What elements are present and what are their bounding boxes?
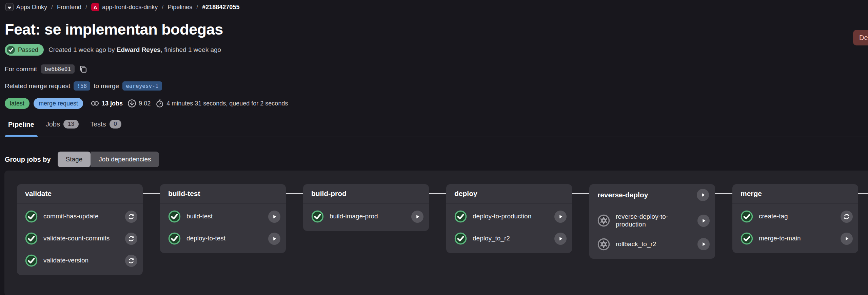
pipeline-job-merge-to-main[interactable]: merge-to-main <box>732 228 858 250</box>
tab-pipeline[interactable]: Pipeline <box>5 119 38 137</box>
play-icon <box>557 235 564 242</box>
group-avatar <box>5 3 14 11</box>
author-name[interactable]: Edward Reyes <box>117 46 161 53</box>
breadcrumb-separator: / <box>85 4 87 11</box>
pipeline-status-row: Passed Created 1 week ago by Edward Reye… <box>5 44 868 56</box>
commit-sha-link[interactable]: be6b8e01 <box>41 64 75 74</box>
group-by-stage-button[interactable]: Stage <box>58 152 91 167</box>
breadcrumb-item-subgroup[interactable]: Frontend <box>57 4 81 11</box>
stage-play-all-button[interactable] <box>697 189 709 201</box>
pipeline-job-build-test[interactable]: build-test <box>160 205 286 228</box>
stage-header: deploy <box>446 184 572 203</box>
retry-job-button[interactable] <box>125 211 137 223</box>
job-name: deploy_to_r2 <box>473 235 549 242</box>
linked-pipelines-icon <box>91 99 99 108</box>
pipeline-job-validate-version[interactable]: validate-version <box>17 250 143 272</box>
play-icon <box>700 217 707 224</box>
retry-icon <box>127 235 135 242</box>
breadcrumb-item-pipeline-id: #2188427055 <box>202 4 239 11</box>
play-job-button[interactable] <box>697 215 710 227</box>
mr-link[interactable]: !58 <box>74 81 90 91</box>
play-job-button[interactable] <box>268 233 280 245</box>
stage-title: deploy <box>454 190 477 198</box>
stage-header: build-prod <box>303 184 429 203</box>
job-name: deploy-to-production <box>473 213 549 220</box>
retry-job-button[interactable] <box>125 255 137 267</box>
tab-label: Pipeline <box>8 121 34 129</box>
group-by-segmented-control: Stage Job dependencies <box>58 152 159 167</box>
commit-row: For commit be6b8e01 <box>5 64 868 74</box>
pipeline-job-create-tag[interactable]: create-tag <box>732 205 858 228</box>
job-name: deploy-to-test <box>186 235 262 242</box>
job-name: create-tag <box>759 213 835 220</box>
job-name: build-image-prod <box>330 213 406 220</box>
pipeline-job-deploy-to-production[interactable]: deploy-to-production <box>446 205 572 228</box>
breadcrumb-item-project[interactable]: A app-front-docs-dinky <box>91 3 158 11</box>
status-success-icon <box>25 254 38 267</box>
stage-header: merge <box>732 184 858 203</box>
stage-title: reverse-deploy <box>597 191 648 199</box>
pipeline-job-deploy-to-test[interactable]: deploy-to-test <box>160 228 286 250</box>
play-job-button[interactable] <box>411 211 423 223</box>
stage-title: build-prod <box>311 190 347 198</box>
play-job-button[interactable] <box>697 238 710 250</box>
tab-label: Tests <box>90 120 106 128</box>
tab-count-badge: 13 <box>63 120 79 129</box>
pipeline-stage-build-test: build-test build-test deploy-to-test <box>160 184 286 253</box>
retry-job-button[interactable] <box>841 211 853 223</box>
check-circle-icon <box>6 45 15 54</box>
play-icon <box>271 235 278 242</box>
pipeline-job-validate-count-commits[interactable]: validate-count-commits <box>17 228 143 250</box>
breadcrumb-item-group[interactable]: Apps Dinky <box>5 3 47 11</box>
play-job-button[interactable] <box>554 211 567 223</box>
status-success-icon <box>25 232 38 245</box>
delete-button[interactable]: De <box>853 30 868 45</box>
breadcrumb-label: Pipelines <box>167 4 192 11</box>
play-job-button[interactable] <box>554 233 567 245</box>
breadcrumb-item-pipelines[interactable]: Pipelines <box>167 4 192 11</box>
pipeline-graph: validate commit-has-update validate-coun… <box>4 171 868 295</box>
play-icon <box>700 240 707 248</box>
pipeline-job-build-image-prod[interactable]: build-image-prod <box>303 205 429 228</box>
pipeline-job-deploy_to_r2[interactable]: deploy_to_r2 <box>446 228 572 250</box>
pipeline-job-reverse-deploy-to-production[interactable]: reverse-deploy-to-production <box>589 208 715 233</box>
pipeline-meta-row: latest merge request 13 jobs 9.02 4 minu… <box>5 98 868 109</box>
tab-tests[interactable]: Tests 0 <box>87 118 125 137</box>
stage-title: validate <box>25 190 52 198</box>
play-icon <box>557 213 564 220</box>
job-name: rollback_to_r2 <box>616 240 692 248</box>
play-job-button[interactable] <box>268 211 280 223</box>
timer-icon <box>155 99 164 108</box>
stage-jobs: commit-has-update validate-count-commits… <box>17 203 143 275</box>
pipeline-duration: 4 minutes 31 seconds, queued for 2 secon… <box>155 99 288 108</box>
created-text: Created 1 week ago by Edward Reyes, fini… <box>48 46 221 54</box>
compute-minutes: 9.02 <box>127 99 151 108</box>
merge-request-row: Related merge request !58 to merge earey… <box>5 81 868 91</box>
job-name: validate-version <box>43 257 119 264</box>
source-branch-link[interactable]: eareyesv-1 <box>122 81 162 91</box>
tab-label: Jobs <box>46 120 60 128</box>
commit-label: For commit <box>5 65 37 73</box>
job-name: build-test <box>186 213 262 220</box>
pipeline-job-commit-has-update[interactable]: commit-has-update <box>17 205 143 228</box>
job-name: reverse-deploy-to-production <box>616 213 692 229</box>
status-success-icon <box>741 232 753 245</box>
job-name: merge-to-main <box>759 235 835 242</box>
stage-header: reverse-deploy <box>589 184 715 206</box>
play-icon <box>271 213 278 220</box>
retry-icon <box>843 213 850 220</box>
retry-job-button[interactable] <box>125 233 137 245</box>
project-avatar: A <box>91 3 99 11</box>
group-by-job-dependencies-button[interactable]: Job dependencies <box>91 152 159 167</box>
status-badge: Passed <box>5 44 44 56</box>
job-name: validate-count-commits <box>43 235 119 242</box>
tab-jobs[interactable]: Jobs 13 <box>42 118 82 137</box>
status-manual-icon <box>597 238 610 251</box>
breadcrumb-label: app-front-docs-dinky <box>102 4 158 11</box>
pipeline-stage-build-prod: build-prod build-image-prod <box>303 184 429 231</box>
copy-commit-sha-button[interactable] <box>79 65 87 74</box>
breadcrumb-label: Apps Dinky <box>16 4 47 11</box>
stage-jobs: build-image-prod <box>303 203 429 231</box>
pipeline-job-rollback_to_r2[interactable]: rollback_to_r2 <box>589 233 715 255</box>
play-job-button[interactable] <box>841 233 853 245</box>
